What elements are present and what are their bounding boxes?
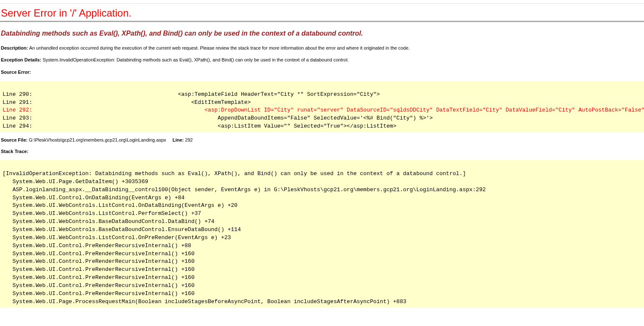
line-number: 292 <box>185 137 193 142</box>
exception-message: Databinding methods such as Eval(), XPat… <box>1 30 644 37</box>
page-title: Server Error in '/' Application. <box>1 7 644 19</box>
line-label: Line: <box>173 137 184 142</box>
source-error-label: Source Error: <box>1 70 31 75</box>
source-line-error: Line 292: <asp:DropDownList ID="City" ru… <box>3 107 644 113</box>
description-text: An unhandled exception occurred during t… <box>29 45 410 50</box>
source-line: Line 291: <EditItemTemplate> <box>3 99 251 106</box>
description-row: Description: An unhandled exception occu… <box>1 45 644 51</box>
exception-details-row: Exception Details: System.InvalidOperati… <box>1 57 644 63</box>
source-line: Line 290: <asp:TemplateField HeaderText=… <box>3 91 380 98</box>
stack-trace-block: [InvalidOperationException: Databinding … <box>0 160 644 307</box>
stack-trace-row: Stack Trace: <box>1 148 644 154</box>
exception-details-label: Exception Details: <box>1 57 41 62</box>
source-line: Line 293: AppendDataBoundItems="False" S… <box>3 115 433 121</box>
description-label: Description: <box>1 45 28 50</box>
exception-details-text: System.InvalidOperationException: Databi… <box>42 57 349 62</box>
source-code-block: Line 290: <asp:TemplateField HeaderText=… <box>0 81 644 132</box>
source-error-row: Source Error: <box>1 69 644 75</box>
source-file-row: Source File: G:\PleskVhosts\gcp21.org\me… <box>1 137 644 142</box>
source-file-label: Source File: <box>1 137 28 142</box>
stack-trace-label: Stack Trace: <box>1 149 28 154</box>
source-file-text: G:\PleskVhosts\gcp21.org\members.gcp21.o… <box>29 137 166 142</box>
source-line: Line 294: <asp:ListItem Value="" Selecte… <box>3 123 396 129</box>
